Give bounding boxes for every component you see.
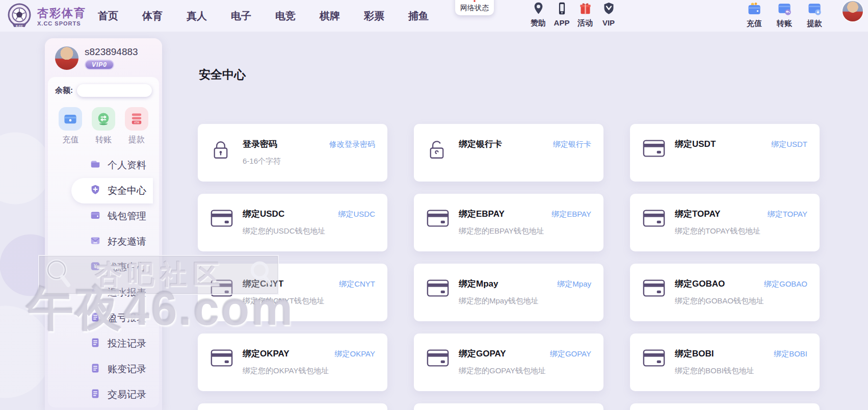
- card-subtitle: 绑定您的CNYT钱包地址: [243, 296, 375, 306]
- card-action-link[interactable]: 绑定EBPAY: [551, 210, 591, 219]
- card-title: 绑定USDT: [675, 138, 716, 150]
- card-title: 绑定Mpay: [459, 278, 498, 290]
- brand-name: 杏彩体育: [37, 7, 86, 19]
- sidebar-item-2[interactable]: 安全中心: [71, 178, 153, 203]
- nav-item-3[interactable]: 真人: [187, 9, 207, 23]
- user-avatar[interactable]: [843, 1, 863, 21]
- nav-item-6[interactable]: 棋牌: [320, 9, 340, 23]
- bank-card-icon: [642, 208, 666, 251]
- quick-action-recharge-wallet[interactable]: 充值: [59, 107, 82, 145]
- sidebar: s823894883 VIP0 余额: 充值转账ATM提款 个人资料安全中心钱包…: [45, 38, 162, 410]
- top-action-label: 提款: [807, 19, 822, 29]
- card-title: 绑定EBPAY: [459, 208, 505, 220]
- cards-grid: 登录密码修改登录密码6-16个字符绑定银行卡绑定银行卡绑定USDT绑定USDT绑…: [198, 124, 820, 410]
- brand-logo[interactable]: X.CC 杏彩体育 X.CC SPORTS: [6, 2, 86, 32]
- card-subtitle: 绑定您的USDC钱包地址: [243, 226, 375, 236]
- card-action-link[interactable]: 绑定OKPAY: [335, 349, 375, 359]
- quick-action-label: 提款: [128, 135, 145, 145]
- nav-item-1[interactable]: 首页: [98, 9, 118, 23]
- security-card: 绑定银行卡绑定银行卡: [414, 124, 603, 182]
- nav-item-5[interactable]: 电竞: [275, 9, 296, 23]
- card-subtitle: 绑定您的Mpay钱包地址: [459, 296, 591, 306]
- card-title: 登录密码: [243, 138, 277, 150]
- card-action-link[interactable]: 绑定银行卡: [553, 140, 591, 149]
- nav-item-4[interactable]: 电子: [231, 9, 251, 23]
- card-title: 绑定银行卡: [459, 138, 502, 150]
- top-action-phone[interactable]: APP: [552, 2, 571, 28]
- topbar: X.CC 杏彩体育 X.CC SPORTS 首页体育真人电子电竞棋牌彩票捕鱼 网…: [0, 0, 868, 32]
- card-title: 绑定TOPAY: [675, 208, 720, 220]
- shield-plus-icon: [90, 184, 101, 198]
- lock-closed-icon: [210, 138, 233, 182]
- bank-card-icon: [426, 278, 450, 321]
- card-action-link[interactable]: 绑定GOBAO: [764, 279, 807, 289]
- bank-card-icon: [210, 278, 233, 321]
- top-action-gift[interactable]: 活动: [575, 2, 595, 28]
- sidebar-item-4[interactable]: 好友邀请: [54, 229, 153, 254]
- sidebar-item-7[interactable]: 盈亏报表: [54, 305, 153, 331]
- balance-row: 余额:: [54, 84, 153, 97]
- top-action-vip-shield[interactable]: VIP: [599, 2, 618, 28]
- security-card: 绑定EBPAY绑定EBPAY绑定您的EBPAY钱包地址: [414, 194, 603, 251]
- nav-item-7[interactable]: 彩票: [364, 9, 384, 23]
- sidebar-item-label: 投注记录: [108, 337, 146, 350]
- top-actions-group: 赞助APP活动VIP: [529, 2, 618, 28]
- sidebar-item-6[interactable]: 返水报表: [54, 280, 153, 305]
- card-action-link[interactable]: 绑定Mpay: [557, 279, 591, 289]
- sidebar-item-10[interactable]: 交易记录: [54, 382, 153, 407]
- balance-value-blurred: [77, 84, 152, 97]
- sidebar-item-8[interactable]: 投注记录: [54, 331, 153, 356]
- card-subtitle: 6-16个字符: [243, 157, 375, 166]
- main-nav: 首页体育真人电子电竞棋牌彩票捕鱼: [98, 0, 429, 32]
- sidebar-user-block: s823894883 VIP0: [45, 38, 162, 70]
- balance-label: 余额:: [55, 86, 73, 95]
- svg-text:ATM: ATM: [134, 121, 139, 124]
- top-action-wallet-recharge[interactable]: 充值: [745, 2, 764, 29]
- gift-icon: [578, 2, 592, 17]
- security-card-partial: [630, 403, 820, 410]
- sidebar-avatar[interactable]: [55, 46, 78, 70]
- doc-icon: [90, 312, 101, 325]
- card-action-link[interactable]: 绑定CNYT: [339, 279, 375, 289]
- sidebar-item-label: 安全中心: [108, 184, 146, 197]
- security-card: 登录密码修改登录密码6-16个字符: [198, 124, 387, 182]
- pouch-icon: [90, 286, 101, 300]
- phone-icon: [555, 2, 569, 17]
- card-action-link[interactable]: 绑定TOPAY: [768, 210, 807, 219]
- network-status-button[interactable]: 网络状态: [455, 0, 494, 15]
- top-action-wallet-withdraw[interactable]: 提款: [805, 2, 824, 29]
- card-action-link[interactable]: 绑定USDC: [338, 210, 375, 219]
- card-subtitle: 绑定您的TOPAY钱包地址: [675, 226, 807, 236]
- network-status-label: 网络状态: [460, 4, 489, 13]
- username: s823894883: [85, 46, 138, 58]
- doc-icon: [90, 363, 101, 376]
- top-action-label: VIP: [602, 18, 615, 27]
- card-action-link[interactable]: 绑定BOBI: [774, 349, 807, 359]
- bank-card-icon: [426, 348, 450, 391]
- quick-action-transfer-arrows[interactable]: 转账: [92, 107, 115, 145]
- wallet-actions-group: 充值转账提款: [745, 2, 824, 29]
- nav-item-8[interactable]: 捕鱼: [408, 9, 429, 23]
- card-action-link[interactable]: 绑定GOPAY: [550, 349, 591, 359]
- transfer-arrows-icon: [92, 107, 115, 131]
- card-action-link[interactable]: 绑定USDT: [771, 140, 807, 149]
- nav-item-2[interactable]: 体育: [142, 9, 163, 23]
- top-action-sponsor-pin[interactable]: 赞助: [529, 2, 548, 28]
- sidebar-item-9[interactable]: 账变记录: [54, 356, 153, 382]
- sidebar-item-3[interactable]: 钱包管理: [54, 203, 153, 229]
- top-action-label: APP: [554, 18, 570, 27]
- security-card-partial: [198, 403, 387, 410]
- card-action-link[interactable]: 修改登录密码: [329, 140, 375, 149]
- doc-icon: [90, 388, 101, 402]
- top-action-wallet-transfer[interactable]: 转账: [775, 2, 794, 29]
- screen: X.CC 杏彩体育 X.CC SPORTS 首页体育真人电子电竞棋牌彩票捕鱼 网…: [0, 0, 868, 410]
- top-action-label: 赞助: [531, 18, 546, 28]
- sidebar-item-5[interactable]: ¥优惠中心: [54, 254, 153, 280]
- security-card: 绑定Mpay绑定Mpay绑定您的Mpay钱包地址: [414, 264, 603, 321]
- bank-card-icon: [210, 348, 233, 391]
- sidebar-item-1[interactable]: 个人资料: [54, 152, 153, 178]
- brand-badge-icon: X.CC: [6, 2, 33, 32]
- bank-card-icon: [642, 278, 666, 321]
- quick-action-atm-withdraw[interactable]: ATM提款: [125, 107, 148, 145]
- bank-card-icon: [642, 348, 666, 391]
